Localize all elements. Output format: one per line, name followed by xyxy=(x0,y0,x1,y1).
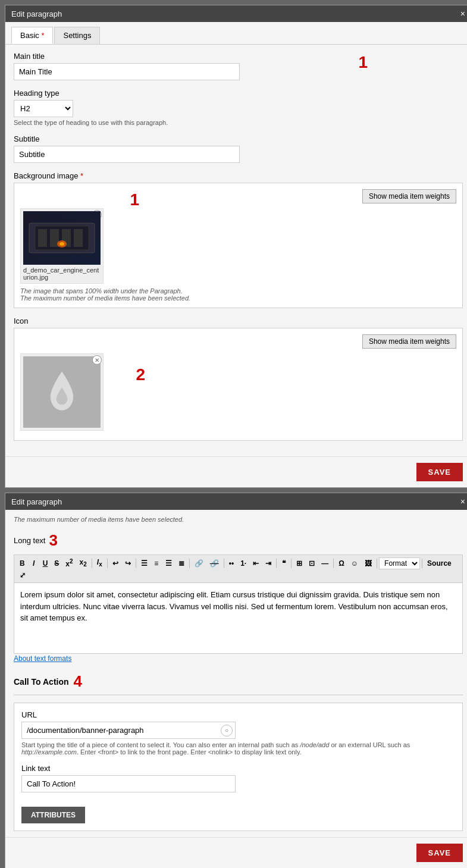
toolbar-bulletlist[interactable]: •• xyxy=(226,558,237,569)
cta-title: Call To Action 4 xyxy=(14,672,463,695)
number-1-badge: 1 xyxy=(358,53,368,72)
toolbar-sep-4 xyxy=(189,559,190,568)
background-image-label: Background image * xyxy=(14,171,463,180)
icon-item: ✕ xyxy=(20,353,104,431)
svg-point-9 xyxy=(59,242,64,246)
subtitle-group: Subtitle xyxy=(14,134,463,163)
number-1: 1 xyxy=(130,190,139,209)
icon-section: Show media item weights 2 ✕ xyxy=(14,328,463,441)
toolbar-link[interactable]: 🔗 xyxy=(192,558,206,569)
number-4: 4 xyxy=(74,672,82,691)
tab-basic-required: * xyxy=(39,31,45,40)
toolbar-sep-2 xyxy=(107,559,108,568)
toolbar-unlink[interactable]: 🔗 xyxy=(207,558,222,569)
dialog-1-close[interactable]: × xyxy=(460,9,465,18)
toolbar-underline[interactable]: U xyxy=(40,558,51,569)
cta-inner-form: URL ○ Start typing the title of a piece … xyxy=(14,703,463,831)
toolbar-sep-6 xyxy=(276,559,277,568)
url-input[interactable] xyxy=(22,722,221,738)
svg-rect-4 xyxy=(38,229,47,247)
attributes-button[interactable]: ATTRIBUTES xyxy=(21,807,85,823)
background-image-item-wrap: 1 ✕ xyxy=(20,208,104,287)
number-2: 2 xyxy=(136,365,145,384)
about-text-formats-link[interactable]: About text formats xyxy=(14,654,71,663)
link-text-label: Link text xyxy=(21,764,455,773)
url-clear-button[interactable]: ○ xyxy=(221,725,233,737)
subtitle-input[interactable] xyxy=(14,146,240,163)
heading-type-select[interactable]: H2 H1 H3 H4 H5 H6 xyxy=(14,100,73,117)
dialog-1-header: Edit paragraph × xyxy=(5,5,467,22)
toolbar-alignright[interactable]: ☰ xyxy=(162,558,175,569)
toolbar-fullscreen[interactable]: ⤢ xyxy=(17,570,29,581)
toolbar-table[interactable]: ⊞ xyxy=(293,558,305,569)
icon-media-header: Show media item weights xyxy=(20,334,456,349)
long-text-label-row: Long text 3 xyxy=(14,531,463,550)
dialog-2-header: Edit paragraph × xyxy=(5,493,467,510)
number-1-area: 1 xyxy=(130,190,139,209)
toolbar-outdent[interactable]: ⇤ xyxy=(250,558,262,569)
link-text-input[interactable] xyxy=(21,775,236,792)
icon-image-svg xyxy=(38,362,86,422)
editor-toolbar: B I U S x2 x2 Ix ↩ ↪ ☰ ≡ ☰ ≣ xyxy=(14,554,463,582)
background-image-header: Show media item weights xyxy=(20,189,456,203)
heading-type-label: Heading type xyxy=(14,89,463,98)
toolbar-media[interactable]: 🖼 xyxy=(362,558,375,569)
tab-basic[interactable]: Basic * xyxy=(11,27,53,44)
toolbar-tableops[interactable]: ⊡ xyxy=(306,558,318,569)
background-image-hint2: The maximum number of media items have b… xyxy=(20,294,456,302)
icon-remove[interactable]: ✕ xyxy=(92,355,102,365)
show-media-weights-bg-button[interactable]: Show media item weights xyxy=(362,189,456,203)
toolbar-format-select[interactable]: Format xyxy=(379,557,420,569)
scrolled-content: The maximum number of media items have b… xyxy=(5,510,467,837)
toolbar-indent[interactable]: ⇥ xyxy=(262,558,274,569)
toolbar-italic[interactable]: I xyxy=(29,558,39,569)
toolbar-superscript[interactable]: x2 xyxy=(62,557,76,569)
toolbar-bold[interactable]: B xyxy=(17,558,28,569)
show-media-weights-icon-button[interactable]: Show media item weights xyxy=(362,334,456,349)
url-input-wrap: ○ xyxy=(21,722,236,739)
dialog-2-save-button[interactable]: SAVE xyxy=(416,844,463,862)
toolbar-alignleft[interactable]: ☰ xyxy=(138,558,151,569)
form-content: Main title 1 Heading type H2 H1 H3 H4 H5… xyxy=(5,45,467,456)
link-text-group: Link text xyxy=(21,764,455,792)
background-image-group: Background image * Show media item weigh… xyxy=(14,171,463,308)
main-title-input[interactable] xyxy=(14,63,240,80)
icon-group: Icon Show media item weights 2 ✕ xyxy=(14,317,463,441)
dialog-1-body: Basic * Settings Main title 1 Heading ty… xyxy=(5,22,467,487)
tab-settings[interactable]: Settings xyxy=(54,27,100,44)
dialog-2-body: The maximum number of media items have b… xyxy=(5,510,467,868)
dialog-1-save-button[interactable]: SAVE xyxy=(416,463,463,481)
toolbar-source[interactable]: Source xyxy=(424,558,455,569)
dialog-2-close[interactable]: × xyxy=(460,497,465,506)
toolbar-redo[interactable]: ↪ xyxy=(122,558,134,569)
toolbar-removeformat[interactable]: Ix xyxy=(94,557,105,569)
toolbar-undo[interactable]: ↩ xyxy=(109,558,121,569)
dialog-1-title: Edit paragraph xyxy=(11,10,62,18)
dialog-2: Edit paragraph × The maximum number of m… xyxy=(5,493,467,868)
toolbar-emoticons[interactable]: ☺ xyxy=(348,558,361,569)
background-image-required: * xyxy=(80,171,83,180)
toolbar-subscript[interactable]: x2 xyxy=(77,557,90,569)
subtitle-label: Subtitle xyxy=(14,134,463,143)
svg-rect-7 xyxy=(74,229,83,247)
main-title-label: Main title xyxy=(14,52,463,61)
toolbar-aligncenter[interactable]: ≡ xyxy=(151,558,162,569)
toolbar-hr[interactable]: — xyxy=(318,558,331,569)
toolbar-numberedlist[interactable]: 1∙ xyxy=(237,558,249,569)
toolbar-strikethrough[interactable]: S xyxy=(51,558,62,569)
toolbar-alignjustify[interactable]: ≣ xyxy=(175,558,187,569)
dialog-1-save-bar: SAVE xyxy=(5,456,467,487)
icon-item-wrap: 2 ✕ xyxy=(20,353,104,434)
toolbar-sep-1 xyxy=(92,559,92,568)
background-image-filename: d_demo_car_engine_centurion.jpg xyxy=(23,267,101,281)
heading-type-group: Heading type H2 H1 H3 H4 H5 H6 Select th… xyxy=(14,89,463,126)
max-items-notice: The maximum number of media items have b… xyxy=(14,516,463,523)
background-image-item: ✕ xyxy=(20,208,104,284)
toolbar-omega[interactable]: Ω xyxy=(336,558,347,569)
toolbar-blockquote[interactable]: ❝ xyxy=(278,558,289,569)
cta-section: Call To Action 4 URL ○ Start typing the … xyxy=(14,672,463,831)
tabs: Basic * Settings xyxy=(5,22,467,45)
long-text-editor[interactable]: Lorem ipsum dolor sit amet, consectetur … xyxy=(14,582,463,654)
toolbar-sep-8 xyxy=(333,559,334,568)
toolbar-sep-5 xyxy=(224,559,224,568)
